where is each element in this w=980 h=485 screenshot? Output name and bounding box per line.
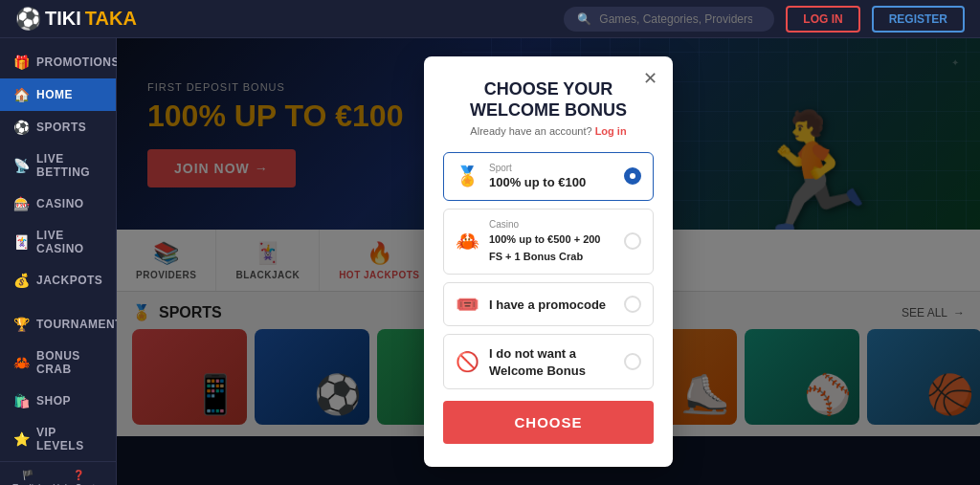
no-bonus-option-icon: 🚫 <box>456 350 479 373</box>
modal-close-button[interactable]: ✕ <box>643 68 657 89</box>
modal-title-line2: WELCOME BONUS <box>443 100 654 121</box>
promo-radio <box>624 296 641 313</box>
sidebar-item-casino[interactable]: 🎰 CASINO <box>0 187 116 220</box>
main-layout: 🎁 PROMOTIONS 🏠 HOME ⚽ SPORTS 📡 LIVE BETT… <box>0 38 980 485</box>
login-button[interactable]: LOG IN <box>786 6 859 33</box>
sidebar-label-casino: CASINO <box>36 197 84 210</box>
modal-option-no-bonus[interactable]: 🚫 I do not want a Welcome Bonus <box>443 334 654 389</box>
live-betting-icon: 📡 <box>13 158 29 173</box>
modal-subtitle-text: Already have an account? <box>470 125 591 137</box>
modal-option-casino[interactable]: 🦀 Casino 100% up to €500 + 200 FS + 1 Bo… <box>443 209 654 275</box>
vip-icon: ⭐ <box>13 431 29 447</box>
shop-icon: 🛍️ <box>13 393 29 408</box>
sidebar-label-shop: SHOP <box>36 394 71 408</box>
sidebar: 🎁 PROMOTIONS 🏠 HOME ⚽ SPORTS 📡 LIVE BETT… <box>0 38 117 485</box>
promo-option-icon: 🎟️ <box>456 293 479 316</box>
sidebar-item-tournaments[interactable]: 🏆 TOURNAMENTS <box>0 308 116 341</box>
sport-option-icon: 🏅 <box>456 165 479 187</box>
no-bonus-option-value: I do not want a Welcome Bonus <box>489 346 586 378</box>
sidebar-item-home[interactable]: 🏠 HOME <box>0 78 116 111</box>
live-casino-icon: 🃏 <box>13 234 29 250</box>
sport-option-value: 100% up to €100 <box>489 175 586 189</box>
home-icon: 🏠 <box>13 87 29 102</box>
sidebar-item-live-casino[interactable]: 🃏 LIVE CASINO <box>0 220 116 264</box>
sport-radio <box>624 167 641 185</box>
modal-login-link[interactable]: Log in <box>595 125 627 137</box>
modal-subtitle: Already have an account? Log in <box>443 125 654 137</box>
sidebar-item-shop[interactable]: 🛍️ SHOP <box>0 385 116 417</box>
sidebar-bottom: 🏴 English ❓ Help Centre <box>0 461 116 485</box>
modal-option-sport[interactable]: 🏅 Sport 100% up to €100 <box>443 152 654 201</box>
search-bar[interactable]: 🔍 <box>564 7 774 32</box>
logo-tiki: TIKI <box>45 8 81 30</box>
search-icon: 🔍 <box>577 12 591 26</box>
tournaments-icon: 🏆 <box>13 317 29 332</box>
sport-option-label: Sport <box>489 163 614 173</box>
sidebar-item-vip-levels[interactable]: ⭐ VIP LEVELS <box>0 417 116 461</box>
casino-option-label: Casino <box>489 219 614 230</box>
sidebar-item-bonus-crab[interactable]: 🦀 BONUS CRAB <box>0 341 116 385</box>
sidebar-label-jackpots: JACKPOTS <box>36 274 102 287</box>
sidebar-label-vip: VIP LEVELS <box>36 426 102 452</box>
help-icon: ❓ <box>73 470 84 480</box>
promo-option-value: I have a promocode <box>489 298 606 312</box>
flag-icon: 🏴 <box>22 470 33 480</box>
sidebar-label-bonus-crab: BONUS CRAB <box>36 349 102 376</box>
casino-icon: 🎰 <box>13 196 29 211</box>
sidebar-item-promotions[interactable]: 🎁 PROMOTIONS <box>0 46 116 78</box>
modal-title: CHOOSE YOUR WELCOME BONUS <box>443 79 654 121</box>
sidebar-item-live-betting[interactable]: 📡 LIVE BETTING <box>0 143 116 187</box>
modal-option-promo[interactable]: 🎟️ I have a promocode <box>443 282 654 326</box>
casino-option-text: Casino 100% up to €500 + 200 FS + 1 Bonu… <box>489 219 614 264</box>
sport-option-text: Sport 100% up to €100 <box>489 163 614 190</box>
logo-taka: TAKA <box>85 8 137 30</box>
sidebar-label-home: HOME <box>36 88 73 101</box>
choose-button[interactable]: CHOOSE <box>443 401 654 444</box>
modal-title-line1: CHOOSE YOUR <box>443 79 654 100</box>
no-bonus-radio <box>624 353 641 370</box>
main-content: FIRST DEPOSIT BONUS 100% UP TO €100 JOIN… <box>117 38 980 485</box>
language-selector[interactable]: 🏴 English <box>12 470 44 485</box>
welcome-bonus-modal: ✕ CHOOSE YOUR WELCOME BONUS Already have… <box>424 56 673 466</box>
casino-radio <box>624 232 641 250</box>
help-centre[interactable]: ❓ Help Centre <box>53 470 103 485</box>
sidebar-label-promotions: PROMOTIONS <box>36 55 120 69</box>
bonus-crab-icon: 🦀 <box>13 355 29 370</box>
register-button[interactable]: REGISTER <box>872 6 965 33</box>
brand-logo[interactable]: ⚽ TIKITAKA <box>15 7 137 32</box>
top-navigation: ⚽ TIKITAKA 🔍 LOG IN REGISTER <box>0 0 980 38</box>
modal-overlay[interactable]: ✕ CHOOSE YOUR WELCOME BONUS Already have… <box>117 38 980 485</box>
sidebar-label-live-betting: LIVE BETTING <box>36 152 102 179</box>
no-bonus-option-text: I do not want a Welcome Bonus <box>489 344 614 379</box>
sidebar-item-sports[interactable]: ⚽ SPORTS <box>0 111 116 143</box>
casino-option-value: 100% up to €500 + 200 FS + 1 Bonus Crab <box>489 233 600 262</box>
casino-option-icon: 🦀 <box>456 230 479 253</box>
sports-icon: ⚽ <box>13 120 29 135</box>
sidebar-item-jackpots[interactable]: 💰 JACKPOTS <box>0 264 116 297</box>
promotions-icon: 🎁 <box>13 55 29 70</box>
search-input[interactable] <box>599 12 752 26</box>
jackpots-icon: 💰 <box>13 273 29 288</box>
promo-option-text: I have a promocode <box>489 296 614 313</box>
sidebar-label-sports: SPORTS <box>36 121 86 134</box>
sidebar-label-live-casino: LIVE CASINO <box>36 229 102 255</box>
